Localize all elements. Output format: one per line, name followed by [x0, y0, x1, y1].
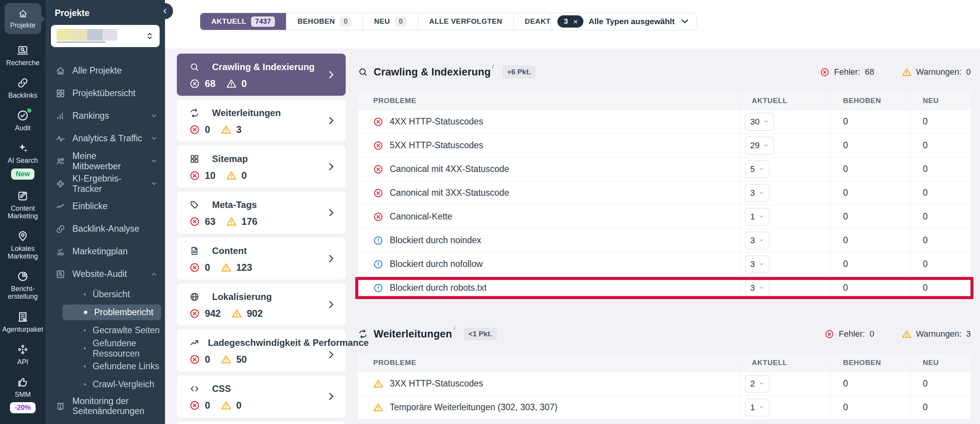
- tab-alle-verfolgten[interactable]: ALLE VERFOLGTEN: [418, 13, 513, 30]
- errors-stat: Fehler: 0: [825, 329, 874, 339]
- info-mark[interactable]: i: [454, 323, 455, 332]
- neu-value: 0: [910, 157, 970, 181]
- content-area: Crawling & Indexierung 68 0 Weiterleitun…: [165, 49, 980, 424]
- rail-item-projekte[interactable]: Projekte: [5, 3, 41, 34]
- clear-filter-icon[interactable]: [573, 19, 578, 25]
- sidebar-item-alle-projekte[interactable]: Alle Projekte: [46, 59, 165, 82]
- rail-item-smm[interactable]: SMM: [0, 376, 46, 398]
- sidebar-subitem-problembericht[interactable]: Problembericht: [62, 304, 161, 320]
- aktuell-dropdown[interactable]: 2: [745, 375, 769, 393]
- rail-item-backlinks[interactable]: Backlinks: [0, 77, 46, 99]
- filter-label: Alle Typen ausgewählt: [589, 17, 675, 26]
- warning-icon: [902, 329, 911, 339]
- category-card-weiterleitungen[interactable]: Weiterleitungen 0 3: [177, 100, 346, 142]
- chevron-down-icon: [151, 113, 157, 119]
- sidebar-subitem-gefundene-ressourcen[interactable]: Gefundene Ressourcen: [46, 339, 165, 357]
- chevron-up-icon: [151, 271, 157, 277]
- aktuell-dropdown[interactable]: 3: [745, 255, 769, 273]
- code-icon: [189, 384, 199, 394]
- issue-row-canonical-3xx[interactable]: Canonical mit 3XX-Statuscode 3 0 0: [358, 181, 971, 205]
- tab-behoben[interactable]: BEHOBEN 0: [286, 13, 363, 30]
- issue-row-noindex[interactable]: Blockiert durch noindex 3 0 0: [358, 228, 971, 252]
- aktuell-dropdown[interactable]: 3: [745, 184, 769, 202]
- issue-row-5xx[interactable]: 5XX HTTP-Statuscodes 29 0 0: [358, 133, 971, 157]
- selected-count-pill: 3: [557, 15, 583, 28]
- rail-label: AI Search: [8, 157, 38, 164]
- tab-neu[interactable]: NEU 0: [363, 13, 418, 30]
- link-icon: [17, 77, 29, 89]
- issue-row-3xx[interactable]: 3XX HTTP-Statuscodes 2 0 0: [358, 372, 971, 395]
- sidebar-item-monitoring[interactable]: Monitoring der Seitenänderungen: [46, 393, 165, 419]
- category-card-meta-tags[interactable]: Meta-Tags 63 176: [177, 192, 346, 234]
- category-card-sitemap[interactable]: Sitemap 10 0: [177, 146, 346, 188]
- behoben-value: 0: [830, 205, 910, 228]
- category-card-css[interactable]: CSS 0 0: [177, 375, 346, 417]
- chevron-right-icon: [326, 116, 336, 126]
- info-mark[interactable]: i: [492, 61, 494, 70]
- sidebar-collapse-button[interactable]: [157, 3, 173, 19]
- chevron-down-icon: [151, 135, 157, 142]
- rail-item-berichterstellung[interactable]: Bericht-erstellung: [0, 270, 46, 300]
- tab-aktuell[interactable]: AKTUELL 7437: [200, 13, 286, 30]
- aktuell-dropdown[interactable]: 29: [745, 137, 774, 154]
- bullet-dot: [84, 311, 87, 314]
- aktuell-dropdown[interactable]: 30: [745, 113, 774, 131]
- sidebar-item-rankings[interactable]: Rankings: [46, 105, 165, 127]
- selected-count: 3: [564, 17, 568, 26]
- issue-row-canonical-kette[interactable]: Canonical-Kette 1 0 0: [358, 205, 971, 228]
- rail-item-ai-search[interactable]: AI Search: [0, 142, 46, 164]
- sidebar-subitem-gefundene-links[interactable]: Gefundene Links: [46, 357, 165, 375]
- col-behoben: BEHOBEN: [830, 92, 910, 110]
- category-card-partial[interactable]: [177, 421, 346, 424]
- category-card-lokalisierung[interactable]: Lokalisierung 942 902: [177, 283, 346, 326]
- neu-value: 0: [910, 396, 970, 419]
- rail-item-api[interactable]: API: [0, 344, 46, 366]
- section-stats: Fehler: 68 Warnungen: 0: [820, 67, 971, 77]
- aktuell-dropdown[interactable]: 3: [745, 279, 769, 297]
- sidebar-subitem-uebersicht[interactable]: Übersicht: [46, 285, 165, 303]
- error-count: 68: [205, 78, 216, 89]
- rail-item-content-marketing[interactable]: Content Marketing: [0, 190, 46, 220]
- issue-row-4xx[interactable]: 4XX HTTP-Statuscodes 30 0 0: [358, 110, 971, 133]
- sidebar-item-backlink-analyse[interactable]: Backlink-Analyse: [46, 218, 165, 240]
- category-card-performance[interactable]: Ladegeschwindigkeit & Performance 0 50: [177, 329, 346, 372]
- rail-item-recherche[interactable]: Recherche: [0, 44, 46, 67]
- warning-icon: [221, 262, 231, 273]
- rail-label: Content Marketing: [0, 205, 46, 220]
- issue-row-robots-txt[interactable]: Blockiert durch robots.txt 3 0 0: [358, 276, 971, 300]
- aktuell-dropdown[interactable]: 1: [745, 399, 769, 416]
- rail-item-audit[interactable]: Audit: [0, 110, 46, 132]
- audit-magnifier-icon: [56, 269, 65, 279]
- sidebar-item-marketingplan[interactable]: Marketingplan: [46, 240, 165, 263]
- sidebar-subitem-gecrawlte-seiten[interactable]: Gecrawlte Seiten: [46, 321, 165, 339]
- error-count: 0: [205, 354, 210, 365]
- errors-label: Fehler:: [839, 329, 865, 339]
- behoben-value: 0: [830, 252, 910, 276]
- category-card-crawling[interactable]: Crawling & Indexierung 68 0: [177, 54, 346, 96]
- sidebar-item-projektuebersicht[interactable]: Projektübersicht: [46, 82, 165, 105]
- sidebar-item-analytics-traffic[interactable]: Analytics & Traffic: [46, 127, 165, 150]
- issue-row-temp-weiterleitungen[interactable]: Temporäre Weiterleitungen (302, 303, 307…: [358, 395, 971, 419]
- tab-label: AKTUELL: [211, 17, 246, 26]
- category-card-content[interactable]: Content 0 123: [177, 237, 346, 280]
- chevron-down-icon: [759, 262, 764, 267]
- menu-label: Rankings: [72, 111, 109, 121]
- sidebar-subitem-crawl-vergleich[interactable]: Crawl-Vergleich: [46, 375, 165, 393]
- globe-icon: [189, 292, 199, 302]
- type-filter-dropdown[interactable]: 3 Alle Typen ausgewählt: [550, 13, 697, 30]
- aktuell-dropdown[interactable]: 1: [745, 208, 769, 226]
- sidebar-item-einblicke[interactable]: Einblicke: [46, 195, 165, 218]
- aktuell-dropdown[interactable]: 5: [745, 160, 769, 178]
- status-tab-group: AKTUELL 7437 BEHOBEN 0 NEU 0 ALLE VERFOL…: [200, 13, 603, 30]
- rail-item-agenturpaket[interactable]: Agenturpaket: [0, 311, 46, 333]
- issue-row-nofollow[interactable]: Blockiert durch nofollow 3 0 0: [358, 252, 971, 276]
- issue-row-canonical-4xx[interactable]: Canonical mit 4XX-Statuscode 5 0 0: [358, 157, 971, 181]
- aktuell-dropdown[interactable]: 3: [745, 232, 769, 249]
- project-selector-dropdown[interactable]: [51, 25, 160, 47]
- category-title: Content: [212, 246, 247, 256]
- project-name-redacted: [57, 29, 117, 43]
- rail-item-lokales-marketing[interactable]: Lokales Marketing: [0, 230, 46, 260]
- sidebar-item-website-audit[interactable]: Website-Audit: [46, 263, 165, 285]
- sidebar-item-ki-ergebnis-tracker[interactable]: KI-Ergebnis-Tracker: [46, 172, 165, 195]
- sidebar-item-meine-mitbewerber[interactable]: Meine Mitbewerber: [46, 150, 165, 172]
